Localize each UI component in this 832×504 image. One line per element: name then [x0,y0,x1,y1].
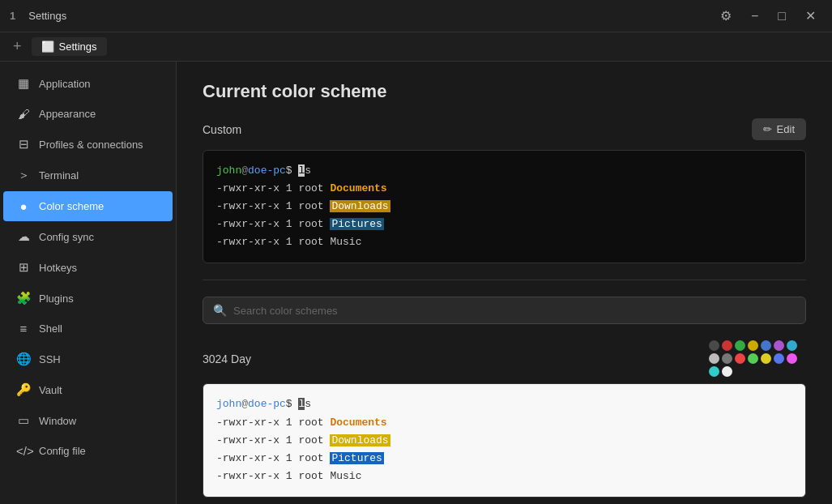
application-icon: ▦ [16,76,31,91]
hotkeys-icon: ⊞ [16,260,31,275]
scheme-preview-3024-day: john@doe-pc$ ls -rwxr-xr-x 1 root Docume… [203,383,806,497]
shell-icon: ≡ [16,322,31,335]
main-layout: ▦ Application 🖌 Appearance ⊟ Profiles & … [0,62,832,504]
titlebar-actions: ⚙ − □ ✕ [714,5,822,27]
close-button[interactable]: ✕ [799,5,822,27]
sidebar-label-color-scheme: Color scheme [39,200,104,212]
sidebar-label-plugins: Plugins [39,293,74,305]
sidebar-item-window[interactable]: ▭ Window [3,405,173,436]
swatch [774,353,784,364]
sidebar-item-shell[interactable]: ≡ Shell [3,314,173,344]
current-scheme-preview: john@doe-pc$ ls -rwxr-xr-x 1 root Docume… [203,150,806,263]
window-icon: ▭ [16,413,31,428]
sidebar-label-profiles: Profiles & connections [39,139,143,151]
scheme-card-header-3024-day: 3024 Day [203,340,806,377]
plugins-icon: 🧩 [16,291,31,305]
sidebar-item-appearance[interactable]: 🖌 Appearance [3,99,173,129]
sidebar-label-window: Window [39,415,76,427]
app-number: 1 [10,10,15,22]
terminal-icon: ＞ [16,168,31,183]
swatch [722,366,732,377]
current-scheme-label: Custom [203,123,241,136]
sidebar-label-application: Application [39,78,91,90]
swatch [709,340,719,351]
ssh-icon: 🌐 [16,352,31,366]
titlebar: 1 Settings ⚙ − □ ✕ [0,0,832,32]
profiles-icon: ⊟ [16,137,31,152]
sidebar-label-vault: Vault [39,384,62,396]
sidebar-label-config-file: Config file [39,445,86,457]
minimize-button[interactable]: − [745,6,765,27]
add-tab-button[interactable]: + [6,35,28,58]
tabbar: + ⬜ Settings [0,32,832,62]
sidebar-item-plugins[interactable]: 🧩 Plugins [3,283,173,314]
swatch [735,340,745,351]
sidebar-item-vault[interactable]: 🔑 Vault [3,374,173,405]
swatches-3024-day [709,340,806,377]
sidebar: ▦ Application 🖌 Appearance ⊟ Profiles & … [0,62,177,504]
divider-1 [203,280,806,280]
swatch [787,340,797,351]
vault-icon: 🔑 [16,382,31,397]
content-area: Current color scheme Custom ✏ Edit john@… [177,62,832,504]
settings-icon-btn[interactable]: ⚙ [714,5,738,27]
sidebar-item-hotkeys[interactable]: ⊞ Hotkeys [3,252,173,283]
swatch [787,353,797,364]
tab-label: Settings [59,41,97,53]
sidebar-item-ssh[interactable]: 🌐 SSH [3,344,173,374]
sidebar-label-ssh: SSH [39,353,61,365]
sidebar-label-appearance: Appearance [39,108,96,120]
color-scheme-icon: ● [16,199,31,213]
sidebar-item-profiles[interactable]: ⊟ Profiles & connections [3,129,173,160]
sidebar-label-config-sync: Config sync [39,231,94,243]
swatch [748,353,758,364]
edit-button[interactable]: ✏ Edit [752,118,806,140]
term-user: john [216,164,241,177]
search-bar[interactable]: 🔍 [203,297,806,324]
edit-icon: ✏ [763,123,772,135]
sidebar-item-color-scheme[interactable]: ● Color scheme [3,191,173,221]
swatch [722,353,732,364]
app-title: Settings [28,10,66,22]
appearance-icon: 🖌 [16,107,31,121]
swatch [709,366,719,377]
swatch [748,340,758,351]
swatch [774,340,784,351]
swatch [709,353,719,364]
tab-icon: ⬜ [41,41,54,53]
edit-button-label: Edit [777,123,795,135]
page-title: Current color scheme [203,81,806,102]
sidebar-label-terminal: Terminal [39,169,79,182]
search-icon: 🔍 [213,304,227,317]
config-sync-icon: ☁ [16,229,31,244]
config-file-icon: </> [16,444,31,458]
maximize-button[interactable]: □ [771,6,792,27]
search-input[interactable] [233,305,796,317]
swatch [761,353,771,364]
sidebar-item-terminal[interactable]: ＞ Terminal [3,160,173,191]
sidebar-item-config-file[interactable]: </> Config file [3,436,173,466]
sidebar-label-hotkeys: Hotkeys [39,262,77,274]
term-host: doe-pc [248,164,286,177]
swatch [761,340,771,351]
sidebar-label-shell: Shell [39,322,62,335]
scheme-card-3024-day: 3024 Day [203,340,806,497]
swatch [735,353,745,364]
swatch [722,340,732,351]
tab-settings[interactable]: ⬜ Settings [32,37,107,56]
sidebar-item-application[interactable]: ▦ Application [3,68,173,99]
current-scheme-header: Custom ✏ Edit [203,118,806,140]
sidebar-item-config-sync[interactable]: ☁ Config sync [3,221,173,252]
scheme-name-3024-day: 3024 Day [203,352,251,365]
